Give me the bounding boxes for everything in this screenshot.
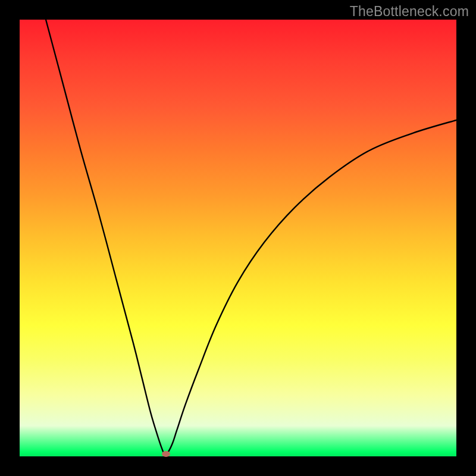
minimum-marker (162, 451, 170, 457)
bottleneck-curve (20, 20, 456, 456)
chart-frame: TheBottleneck.com (0, 0, 476, 476)
plot-area (20, 20, 456, 456)
watermark-text: TheBottleneck.com (350, 4, 469, 20)
